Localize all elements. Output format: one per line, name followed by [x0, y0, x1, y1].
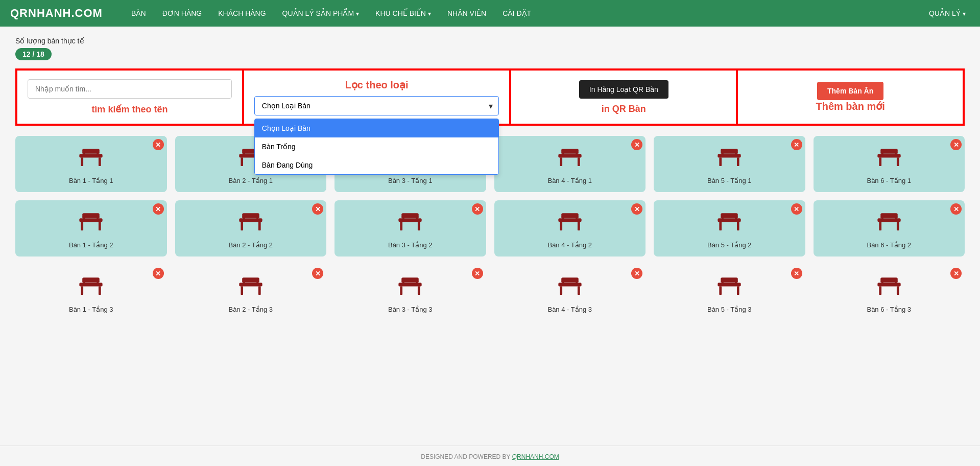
nav-cai-dat[interactable]: CÀI ĐẶT [494, 0, 539, 27]
table-icon [715, 146, 744, 173]
nav-don-hang[interactable]: ĐƠN HÀNG [154, 0, 210, 27]
delete-table-button[interactable]: ✕ [153, 139, 164, 150]
add-label: Thêm bàn mới [816, 100, 885, 112]
table-card[interactable]: ✕ Bàn 3 - Tầng 3 [334, 265, 486, 321]
dropdown-item-empty[interactable]: Bàn Trống [255, 137, 499, 156]
table-card[interactable]: ✕ Bàn 6 - Tầng 2 [814, 200, 965, 257]
table-card[interactable]: ✕ Bàn 3 - Tầng 2 [334, 200, 486, 257]
svg-rect-58 [418, 222, 420, 230]
svg-rect-93 [258, 286, 261, 295]
svg-rect-118 [735, 282, 737, 285]
table-card[interactable]: ✕ Bàn 6 - Tầng 1 [814, 136, 965, 192]
filter-select[interactable]: Chọn Loại Bàn Bàn Trống Bàn Đang Dùng [254, 96, 499, 115]
svg-rect-111 [576, 282, 578, 285]
svg-rect-42 [80, 218, 103, 222]
delete-table-button[interactable]: ✕ [153, 268, 164, 279]
delete-table-button[interactable]: ✕ [631, 139, 642, 150]
svg-rect-72 [737, 222, 739, 230]
svg-rect-68 [562, 217, 564, 220]
chevron-down-icon [963, 9, 966, 17]
nav-ban[interactable]: BÀN [123, 0, 154, 27]
table-icon [875, 211, 903, 237]
svg-rect-35 [877, 154, 900, 157]
search-input[interactable] [28, 79, 232, 99]
search-section: tìm kiếm theo tên [16, 69, 243, 125]
svg-rect-83 [895, 217, 897, 220]
svg-rect-23 [578, 157, 580, 166]
table-card[interactable]: ✕ Bàn 6 - Tầng 3 [814, 265, 965, 321]
svg-rect-119 [877, 283, 900, 286]
svg-rect-89 [83, 282, 85, 285]
delete-table-button[interactable]: ✕ [312, 203, 323, 215]
delete-table-button[interactable]: ✕ [472, 203, 483, 215]
svg-rect-22 [560, 157, 562, 166]
nav-khu-che-bien[interactable]: KHU CHẾ BIẾN [367, 0, 439, 27]
svg-rect-62 [416, 217, 418, 220]
svg-rect-77 [877, 218, 900, 222]
brand-logo[interactable]: QRNHANH.COM [10, 7, 103, 20]
svg-rect-96 [243, 282, 245, 285]
delete-table-button[interactable]: ✕ [950, 268, 962, 279]
dropdown-item-using[interactable]: Bàn Đang Dùng [255, 156, 499, 174]
table-card[interactable]: ✕ Bàn 2 - Tầng 3 [175, 265, 327, 321]
table-card[interactable]: ✕ Bàn 2 - Tầng 2 [175, 200, 327, 257]
dropdown-item-all[interactable]: Chọn Loại Bàn [255, 119, 499, 137]
delete-table-button[interactable]: ✕ [631, 268, 642, 279]
filter-title: Lọc theo loại [345, 79, 409, 91]
svg-rect-82 [881, 217, 883, 220]
table-card[interactable]: ✕ Bàn 4 - Tầng 3 [494, 265, 646, 321]
table-card[interactable]: ✕ Bàn 1 - Tầng 2 [15, 200, 167, 257]
svg-rect-70 [718, 218, 741, 222]
svg-rect-125 [895, 282, 897, 285]
svg-rect-40 [881, 153, 883, 156]
svg-rect-55 [256, 217, 258, 220]
table-card[interactable]: ✕ Bàn 4 - Tầng 2 [494, 200, 646, 257]
table-card[interactable]: ✕ Bàn 1 - Tầng 1 [15, 136, 167, 192]
svg-rect-117 [722, 282, 724, 285]
nav-quan-ly-san-pham[interactable]: QUẢN LÝ SẢN PHẨM [274, 0, 367, 27]
delete-table-button[interactable]: ✕ [791, 139, 802, 150]
table-name: Bàn 1 - Tầng 1 [69, 177, 113, 184]
delete-table-button[interactable]: ✕ [950, 203, 962, 215]
svg-rect-33 [722, 153, 724, 156]
search-label: tìm kiếm theo tên [91, 104, 168, 115]
footer: DESIGNED AND POWERED BY QRNHANH.COM [0, 446, 980, 466]
delete-table-button[interactable]: ✕ [153, 203, 164, 215]
delete-table-button[interactable]: ✕ [791, 268, 802, 279]
svg-rect-21 [558, 154, 581, 157]
footer-link[interactable]: QRNHANH.COM [512, 453, 559, 460]
table-card[interactable]: ✕ Bàn 5 - Tầng 1 [654, 136, 805, 192]
nav-nhan-vien[interactable]: NHÂN VIÊN [439, 0, 494, 27]
svg-rect-1 [81, 157, 84, 166]
svg-rect-0 [80, 154, 103, 157]
svg-rect-110 [562, 282, 564, 285]
table-name: Bàn 5 - Tầng 2 [707, 241, 752, 249]
print-qr-button[interactable]: In Hàng Loạt QR Bàn [579, 80, 668, 99]
svg-rect-43 [81, 222, 84, 230]
main-content: Số lượng bàn thực tế 12 / 18 tìm kiếm th… [0, 27, 980, 446]
table-card[interactable]: ✕ Bàn 5 - Tầng 3 [654, 265, 805, 321]
delete-table-button[interactable]: ✕ [950, 139, 962, 150]
nav-khach-hang[interactable]: KHÁCH HÀNG [210, 0, 274, 27]
nav-quan-ly-btn[interactable]: QUẢN LÝ [925, 9, 970, 17]
table-card[interactable]: ✕ Bàn 5 - Tầng 2 [654, 200, 805, 257]
add-table-button[interactable]: Thêm Bàn Ăn [817, 82, 883, 100]
delete-table-button[interactable]: ✕ [312, 268, 323, 279]
table-name: Bàn 3 - Tầng 1 [388, 177, 433, 184]
svg-rect-49 [239, 218, 262, 222]
svg-rect-36 [879, 157, 881, 166]
add-section: Thêm Bàn Ăn Thêm bàn mới [737, 69, 964, 125]
table-icon [236, 275, 265, 301]
table-name: Bàn 3 - Tầng 2 [388, 241, 433, 249]
delete-table-button[interactable]: ✕ [631, 203, 642, 215]
table-name: Bàn 6 - Tầng 3 [867, 306, 911, 313]
svg-rect-50 [241, 222, 243, 230]
table-card[interactable]: ✕ Bàn 1 - Tầng 3 [15, 265, 167, 321]
svg-rect-99 [400, 286, 403, 295]
delete-table-button[interactable]: ✕ [472, 268, 483, 279]
table-card[interactable]: ✕ Bàn 4 - Tầng 1 [494, 136, 646, 192]
svg-rect-84 [80, 283, 103, 286]
delete-table-button[interactable]: ✕ [791, 203, 802, 215]
print-section: In Hàng Loạt QR Bàn in QR Bàn [510, 69, 737, 125]
table-icon [715, 275, 744, 301]
